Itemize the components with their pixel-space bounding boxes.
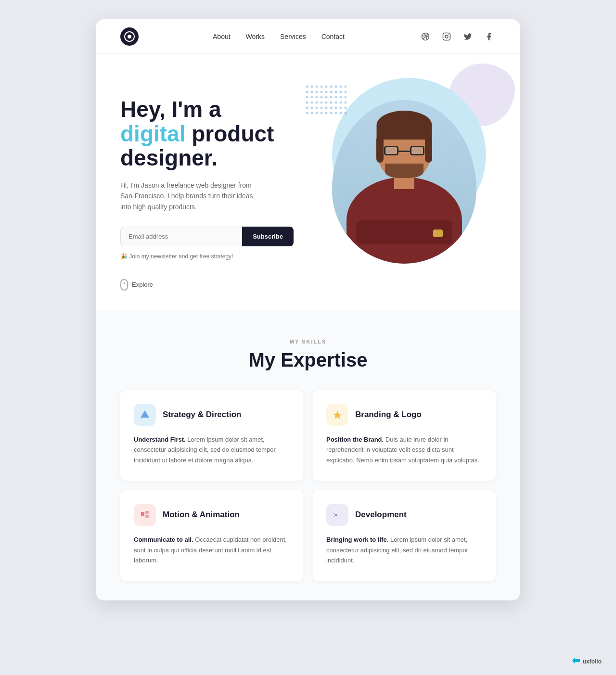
development-name: Development xyxy=(355,510,407,520)
skill-card-branding: Branding & Logo Position the Brand. Duis… xyxy=(313,390,496,481)
svg-text:>_: >_ xyxy=(334,511,342,519)
watermark: uxfolio xyxy=(572,657,602,665)
newsletter-icon: 🎉 xyxy=(120,253,128,260)
development-description: Bringing work to life. Lorem ipsum dolor… xyxy=(326,535,482,565)
nav-links: About Works Services Contact xyxy=(213,32,345,41)
skills-grid: Strategy & Direction Understand First. L… xyxy=(120,390,496,581)
navbar: About Works Services Contact xyxy=(96,19,520,54)
branding-name: Branding & Logo xyxy=(355,410,422,420)
development-bold: Bringing work to life. xyxy=(326,536,388,543)
watermark-label: uxfolio xyxy=(583,658,602,665)
subscribe-button[interactable]: Subscribe xyxy=(242,227,294,246)
hero-highlight: digital xyxy=(120,121,185,146)
email-input[interactable] xyxy=(120,227,242,246)
nav-link-about[interactable]: About xyxy=(213,33,231,40)
nav-link-services[interactable]: Services xyxy=(280,33,306,40)
skill-card-header-motion: Motion & Animation xyxy=(134,504,290,526)
explore-label: Explore xyxy=(132,281,153,288)
motion-description: Communicate to all. Occaecat cupidatat n… xyxy=(134,535,290,565)
skill-card-development: >_ Development Bringing work to life. Lo… xyxy=(313,490,496,581)
hero-section: Hey, I'm a digital productdesigner. Hi, … xyxy=(96,54,520,310)
nav-link-contact[interactable]: Contact xyxy=(321,33,345,40)
skills-section-title: My Expertise xyxy=(120,349,496,371)
scroll-icon xyxy=(120,279,128,291)
instagram-icon[interactable] xyxy=(440,30,453,43)
strategy-description: Understand First. Lorem ipsum dolor sit … xyxy=(134,434,290,465)
skill-card-header-strategy: Strategy & Direction xyxy=(134,404,290,426)
svg-rect-61 xyxy=(141,512,144,516)
svg-marker-65 xyxy=(572,657,580,664)
watermark-icon xyxy=(572,657,580,665)
logo[interactable] xyxy=(120,27,139,46)
svg-point-5 xyxy=(448,34,449,35)
svg-rect-3 xyxy=(443,33,450,40)
twitter-icon[interactable] xyxy=(461,30,475,43)
branding-description: Position the Brand. Duis aute irure dolo… xyxy=(326,434,482,465)
svg-point-1 xyxy=(128,35,131,38)
person-photo xyxy=(332,100,476,264)
svg-marker-60 xyxy=(141,410,149,418)
explore-button[interactable]: Explore xyxy=(120,279,496,291)
svg-rect-63 xyxy=(145,515,149,518)
branding-bold: Position the Brand. xyxy=(326,436,384,443)
skill-card-header-branding: Branding & Logo xyxy=(326,404,482,426)
motion-bold: Communicate to all. xyxy=(134,536,193,543)
development-icon: >_ xyxy=(326,504,348,526)
facebook-icon[interactable] xyxy=(482,30,496,43)
social-icons xyxy=(419,30,496,43)
strategy-name: Strategy & Direction xyxy=(163,410,241,420)
hero-description: Hi, I'm Jason a freelance web designer f… xyxy=(120,180,265,212)
nav-item-contact[interactable]: Contact xyxy=(321,32,345,41)
svg-point-4 xyxy=(445,35,448,38)
branding-icon xyxy=(326,404,348,426)
skill-card-header-development: >_ Development xyxy=(326,504,482,526)
nav-item-works[interactable]: Works xyxy=(246,32,265,41)
nav-item-about[interactable]: About xyxy=(213,32,231,41)
hero-headline-1: Hey, I'm a xyxy=(120,97,221,122)
strategy-icon xyxy=(134,404,156,426)
skill-card-motion: Motion & Animation Communicate to all. O… xyxy=(120,490,303,581)
motion-icon xyxy=(134,504,156,526)
motion-name: Motion & Animation xyxy=(163,510,240,520)
nav-link-works[interactable]: Works xyxy=(246,33,265,40)
subscribe-form: Subscribe xyxy=(120,227,294,246)
nav-item-services[interactable]: Services xyxy=(280,32,306,41)
skills-section-label: MY SKILLS xyxy=(120,339,496,344)
skill-card-strategy: Strategy & Direction Understand First. L… xyxy=(120,390,303,481)
skills-section: MY SKILLS My Expertise Strategy & Direct… xyxy=(96,310,520,600)
svg-rect-62 xyxy=(145,511,149,514)
browser-window: About Works Services Contact xyxy=(96,19,520,600)
newsletter-text: Join my newsletter and get free strategy… xyxy=(129,253,233,260)
dribbble-icon[interactable] xyxy=(419,30,432,43)
strategy-bold: Understand First. xyxy=(134,436,186,443)
